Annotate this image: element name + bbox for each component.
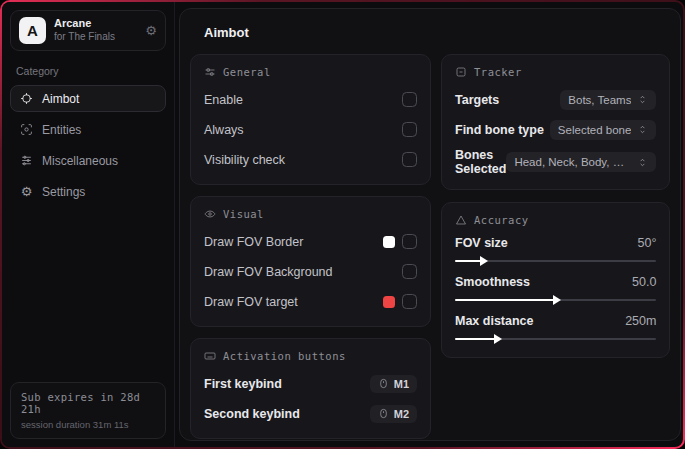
slider-thumb[interactable]: [480, 256, 488, 266]
row-label: Smoothness: [455, 275, 530, 289]
row-label: Enable: [204, 93, 243, 107]
visibility-check-checkbox[interactable]: [402, 152, 417, 167]
sub-expires-text: Sub expires in 28d 21h: [21, 391, 155, 415]
general-row-visibility-check: Visibility check: [204, 148, 417, 171]
fov-size-value: 50°: [638, 236, 657, 250]
row-label: Draw FOV Border: [204, 235, 303, 249]
sidebar-item-entities[interactable]: Entities: [10, 116, 166, 143]
card-title: Accuracy: [474, 214, 529, 226]
first-keybind-button[interactable]: M1: [370, 375, 417, 393]
card-title: General: [223, 66, 271, 78]
activation-buttons-card: Activation buttons First keybind M1 Seco…: [190, 338, 431, 439]
card-title: Tracker: [474, 66, 522, 78]
mouse-icon: [378, 408, 389, 419]
smoothness-slider[interactable]: [455, 295, 656, 305]
select-value: Selected bone: [558, 124, 632, 136]
targets-select[interactable]: Bots, Teams: [560, 90, 656, 110]
general-row-enable: Enable: [204, 88, 417, 111]
main-wrapper: Aimbot General Enable Always: [175, 2, 683, 447]
row-label: Draw FOV target: [204, 295, 298, 309]
select-value: Bots, Teams: [568, 94, 631, 106]
keyboard-icon: [204, 350, 216, 362]
crosshair-icon: [20, 92, 33, 105]
slider-fill: [455, 338, 497, 340]
app-logo: A: [19, 17, 46, 44]
gear-icon: ⚙: [20, 185, 33, 198]
find-bone-type-select[interactable]: Selected bone: [550, 120, 657, 140]
fov-background-checkbox[interactable]: [402, 264, 417, 279]
triangle-icon: [455, 214, 467, 226]
second-keybind-row: Second keybind M2: [204, 402, 417, 425]
square-minus-icon: [455, 66, 467, 78]
fov-target-checkbox[interactable]: [402, 294, 417, 309]
max-distance-row: Max distance 250m: [455, 314, 656, 344]
row-label: FOV size: [455, 236, 508, 250]
sidebar: A Arcane for The Finals ⚙ Category Aimbo…: [2, 2, 175, 447]
row-label: Always: [204, 123, 244, 137]
targets-row: Targets Bots, Teams: [455, 88, 656, 111]
select-value: Head, Neck, Body, Pe...: [514, 156, 631, 168]
fov-size-slider[interactable]: [455, 256, 656, 266]
fov-border-color-swatch[interactable]: [383, 236, 395, 248]
gear-icon[interactable]: ⚙: [145, 24, 157, 37]
row-label: Bones Selected: [455, 148, 506, 176]
session-duration-text: session duration 31m 11s: [21, 419, 155, 430]
keybind-value: M1: [394, 378, 409, 390]
brand-card: A Arcane for The Finals ⚙: [10, 10, 166, 51]
chevrons-up-down-icon: [637, 94, 648, 105]
smoothness-row: Smoothness 50.0: [455, 275, 656, 305]
sidebar-item-aimbot[interactable]: Aimbot: [10, 85, 166, 112]
card-title: Activation buttons: [223, 350, 346, 362]
row-label: Second keybind: [204, 407, 300, 421]
general-row-always: Always: [204, 118, 417, 141]
subscription-card: Sub expires in 28d 21h session duration …: [10, 382, 166, 439]
max-distance-slider[interactable]: [455, 334, 656, 344]
max-distance-value: 250m: [625, 314, 656, 328]
window-frame: A Arcane for The Finals ⚙ Category Aimbo…: [0, 0, 685, 449]
app-subtitle: for The Finals: [54, 31, 137, 44]
row-label: First keybind: [204, 377, 282, 391]
first-keybind-row: First keybind M1: [204, 372, 417, 395]
sliders-icon: [20, 154, 33, 167]
row-label: Max distance: [455, 314, 534, 328]
chevrons-up-down-icon: [637, 157, 648, 168]
bones-selected-select[interactable]: Head, Neck, Body, Pe...: [506, 152, 656, 172]
find-bone-type-row: Find bone type Selected bone: [455, 118, 656, 141]
visual-row-fov-background: Draw FOV Background: [204, 260, 417, 283]
sidebar-nav: Aimbot Entities Miscellaneous ⚙ Settings: [10, 85, 166, 205]
fov-size-row: FOV size 50°: [455, 236, 656, 266]
accuracy-card: Accuracy FOV size 50°: [441, 202, 670, 358]
enable-checkbox[interactable]: [402, 92, 417, 107]
category-label: Category: [16, 65, 166, 77]
row-label: Draw FOV Background: [204, 265, 333, 279]
chevrons-up-down-icon: [637, 124, 648, 135]
tracker-card: Tracker Targets Bots, Teams Find bone ty…: [441, 54, 670, 190]
visual-card: Visual Draw FOV Border Draw FOV Backgrou…: [190, 196, 431, 327]
bones-selected-row: Bones Selected Head, Neck, Body, Pe...: [455, 148, 656, 176]
visual-row-fov-target: Draw FOV target: [204, 290, 417, 313]
page-title: Aimbot: [204, 25, 670, 40]
sidebar-item-settings[interactable]: ⚙ Settings: [10, 178, 166, 205]
card-title: Visual: [223, 208, 264, 220]
main-panel: Aimbot General Enable Always: [179, 8, 681, 441]
general-card: General Enable Always Visibility check: [190, 54, 431, 185]
row-label: Visibility check: [204, 153, 285, 167]
scan-icon: [20, 123, 33, 136]
sidebar-item-label: Settings: [42, 185, 85, 199]
eye-icon: [204, 208, 216, 220]
sidebar-item-label: Aimbot: [42, 92, 79, 106]
row-label: Targets: [455, 93, 499, 107]
visual-row-fov-border: Draw FOV Border: [204, 230, 417, 253]
sidebar-item-miscellaneous[interactable]: Miscellaneous: [10, 147, 166, 174]
mouse-icon: [378, 378, 389, 389]
slider-fill: [455, 299, 556, 301]
slider-thumb[interactable]: [494, 334, 502, 344]
app-window: A Arcane for The Finals ⚙ Category Aimbo…: [2, 2, 683, 447]
slider-thumb[interactable]: [553, 295, 561, 305]
always-checkbox[interactable]: [402, 122, 417, 137]
sidebar-item-label: Miscellaneous: [42, 154, 118, 168]
fov-target-color-swatch[interactable]: [383, 296, 395, 308]
second-keybind-button[interactable]: M2: [370, 405, 417, 423]
sidebar-item-label: Entities: [42, 123, 81, 137]
fov-border-checkbox[interactable]: [402, 234, 417, 249]
